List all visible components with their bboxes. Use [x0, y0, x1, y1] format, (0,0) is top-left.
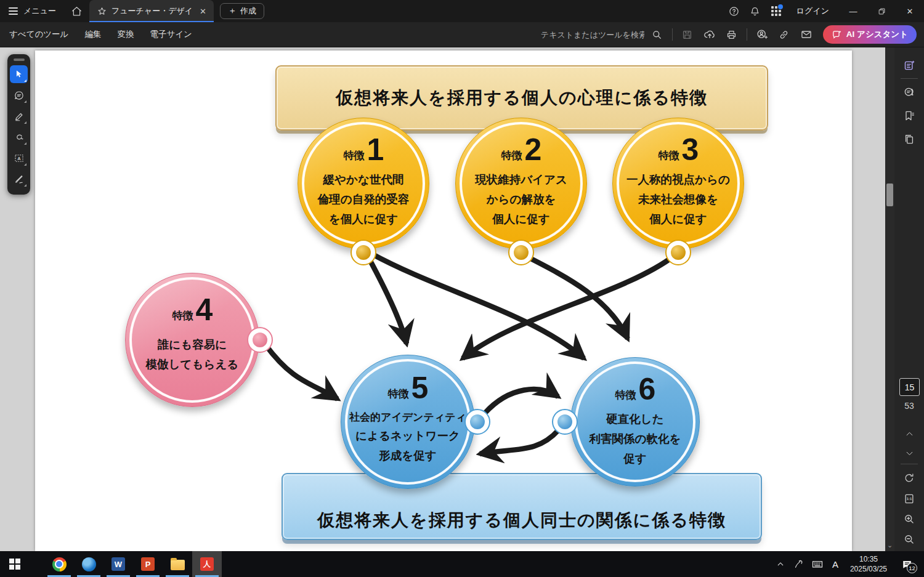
- search-input[interactable]: [540, 30, 646, 40]
- ai-assistant-button[interactable]: AI アシスタント: [823, 25, 917, 44]
- actual-size-icon: 1:1: [903, 493, 915, 505]
- tray-expand-button[interactable]: [772, 551, 788, 577]
- create-tab-button[interactable]: ＋ 作成: [220, 3, 264, 19]
- add-reviewer-button[interactable]: [752, 25, 772, 44]
- bookmarks-panel-button[interactable]: [894, 107, 924, 125]
- next-page-button[interactable]: [894, 444, 924, 462]
- menu-button[interactable]: メニュー: [0, 0, 65, 22]
- total-pages-label: 53: [894, 401, 924, 411]
- apps-button[interactable]: [766, 0, 787, 22]
- star-icon[interactable]: [97, 6, 107, 17]
- restore-button[interactable]: [867, 0, 896, 22]
- save-button[interactable]: [677, 25, 698, 44]
- pdf-page: 仮想将来人を採用する個人の心理に係る特徴 仮想将来人を採用する個人同士の関係に係…: [35, 50, 852, 551]
- minimize-button[interactable]: —: [839, 0, 867, 22]
- title-bar: メニュー フューチャー・デザイン実... ✕ ＋ 作成 ログイン —: [0, 0, 924, 22]
- pages-panel-button[interactable]: [894, 130, 924, 148]
- ai-assistant-panel-button[interactable]: [894, 56, 924, 75]
- cloud-upload-icon: [703, 28, 716, 41]
- arrow-3-to-5: [463, 256, 675, 358]
- close-window-button[interactable]: ✕: [896, 0, 924, 22]
- taskbar-word[interactable]: W: [103, 551, 133, 577]
- ai-document-icon: [903, 59, 916, 72]
- notification-count-badge: 12: [907, 563, 917, 573]
- tab-close-icon[interactable]: ✕: [197, 6, 209, 17]
- home-button[interactable]: [65, 0, 89, 22]
- arrow-1-to-5: [368, 256, 407, 344]
- refresh-view-button[interactable]: [894, 469, 924, 487]
- highlight-tool-button[interactable]: [10, 107, 28, 125]
- scroll-down-icon[interactable]: ⌄: [886, 541, 894, 549]
- convert-menu[interactable]: 変換: [109, 29, 142, 40]
- start-button[interactable]: [0, 551, 30, 577]
- help-button[interactable]: [724, 0, 745, 22]
- acrobat-window: メニュー フューチャー・デザイン実... ✕ ＋ 作成 ログイン —: [0, 0, 924, 577]
- bottom-banner-text: 仮想将来人を採用する個人同士の関係に係る特徴: [317, 509, 726, 539]
- zoom-in-button[interactable]: [894, 510, 924, 528]
- signature-tool-button[interactable]: [10, 170, 28, 188]
- taskbar-acrobat[interactable]: 人: [192, 551, 222, 577]
- divider: [901, 464, 918, 464]
- person-add-icon: [756, 28, 768, 41]
- vertical-scrollbar[interactable]: ⌄: [885, 47, 894, 551]
- touch-keyboard-button[interactable]: [809, 551, 825, 577]
- all-tools-menu[interactable]: すべてのツール: [0, 29, 76, 40]
- previous-page-button[interactable]: [894, 424, 924, 443]
- zoom-out-button[interactable]: [894, 530, 924, 549]
- arrow-2-to-6: [525, 256, 628, 339]
- hamburger-icon: [9, 7, 18, 15]
- bottom-banner: 仮想将来人を採用する個人同士の関係に係る特徴: [282, 473, 762, 540]
- chrome-icon: [52, 557, 67, 571]
- share-upload-button[interactable]: [699, 25, 720, 44]
- menu-label: メニュー: [23, 6, 56, 17]
- login-button[interactable]: ログイン: [787, 6, 839, 17]
- clock[interactable]: 10:35 2025/03/25: [845, 554, 892, 574]
- edit-menu[interactable]: 編集: [76, 29, 109, 40]
- search-button[interactable]: [647, 25, 668, 44]
- word-icon: W: [111, 557, 125, 571]
- search-icon: [651, 29, 663, 41]
- taskbar-powerpoint[interactable]: P: [133, 551, 163, 577]
- document-area: 仮想将来人を採用する個人の心理に係る特徴 仮想将来人を採用する個人同士の関係に係…: [0, 47, 924, 551]
- arrow-5-to-6: [485, 389, 558, 413]
- restore-icon: [877, 7, 886, 16]
- notifications-button[interactable]: [745, 0, 766, 22]
- chevron-up-icon: [776, 560, 785, 568]
- draw-tool-button[interactable]: [10, 128, 28, 146]
- divider: [672, 28, 673, 41]
- text-box-icon: A: [14, 153, 25, 164]
- comments-panel-button[interactable]: [894, 83, 924, 102]
- scrollbar-thumb[interactable]: [886, 184, 893, 206]
- print-button[interactable]: [721, 25, 742, 44]
- taskbar-thunderbird[interactable]: [74, 551, 103, 577]
- bell-icon: [749, 6, 761, 17]
- current-page-box[interactable]: 15: [899, 378, 920, 396]
- text-select-tool-button[interactable]: A: [10, 149, 28, 167]
- taskbar-chrome[interactable]: [44, 551, 74, 577]
- feature-circle-2: 特徴2 現状維持バイアス からの解放を 個人に促す: [455, 118, 587, 249]
- document-tab[interactable]: フューチャー・デザイン実... ✕: [89, 0, 214, 22]
- select-tool-button[interactable]: [10, 65, 28, 83]
- taskbar-explorer[interactable]: [163, 551, 192, 577]
- notification-center-button[interactable]: 12: [894, 551, 919, 577]
- apps-grid-icon: [771, 6, 781, 16]
- plus-icon: ＋: [228, 6, 237, 17]
- tray-pen-button[interactable]: [791, 551, 807, 577]
- windows-logo-icon: [9, 559, 20, 570]
- cursor-icon: [14, 69, 24, 79]
- rotate-icon: [903, 472, 915, 484]
- share-link-button[interactable]: [774, 25, 795, 44]
- email-button[interactable]: [796, 25, 817, 44]
- zoom-in-icon: [903, 513, 915, 525]
- tab-title: フューチャー・デザイン実...: [111, 6, 193, 17]
- bookmark-icon: [903, 110, 915, 122]
- svg-text:A: A: [17, 156, 21, 161]
- actual-size-button[interactable]: 1:1: [894, 490, 924, 508]
- ime-indicator[interactable]: A: [828, 559, 843, 570]
- esign-menu[interactable]: 電子サイン: [142, 29, 200, 40]
- pen-icon: [793, 559, 804, 570]
- mail-icon: [800, 28, 813, 41]
- comments-icon: [903, 86, 915, 99]
- comment-tool-button[interactable]: [10, 86, 28, 104]
- panel-handle[interactable]: [14, 59, 25, 61]
